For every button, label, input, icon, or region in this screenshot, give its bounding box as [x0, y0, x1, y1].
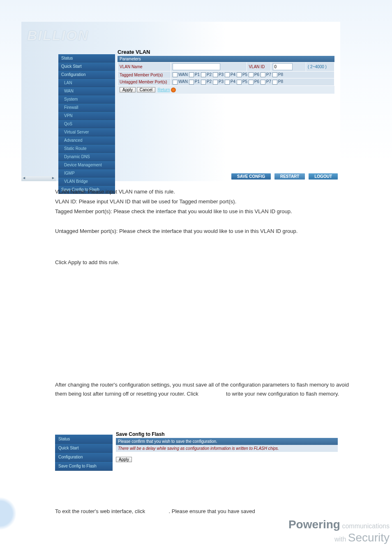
vlan-id-input[interactable]: [273, 63, 293, 70]
check-tagged-p3[interactable]: [213, 72, 218, 77]
desc-logout-a: To exit the router's web interface, clic…: [55, 508, 147, 514]
label-vlan-id: VLAN ID: [247, 62, 271, 71]
port-p6: P6: [254, 72, 259, 77]
port-p4: P4: [231, 72, 235, 77]
uport-p5: P5: [242, 79, 247, 84]
vlan-name-input[interactable]: [173, 63, 220, 70]
port-p1: P1: [195, 72, 200, 77]
save-config-panel: Save Config to Flash Please confirm that…: [116, 431, 338, 462]
apply-area: Apply: [116, 452, 338, 462]
desc-apply: Click Apply to add this rule.: [55, 258, 351, 267]
sidebar-item-status[interactable]: Status: [58, 54, 115, 62]
sidebar-item-advanced[interactable]: Advanced: [58, 136, 115, 145]
footer-tagline: Powering communications with Security: [288, 518, 390, 544]
tag-comm: communications: [340, 523, 390, 530]
check-tagged-p6[interactable]: [249, 72, 254, 77]
sidebar-item-dynamic-dns[interactable]: Dynamic DNS: [58, 153, 115, 161]
footer-buttons: SAVE CONFIG RESTART LOGOUT: [229, 173, 338, 180]
return-link[interactable]: Return: [158, 88, 170, 92]
sb2-save-config[interactable]: Save Config to Flash: [55, 462, 113, 471]
sidebar-item-lan[interactable]: LAN: [58, 79, 115, 87]
check-tagged-p1[interactable]: [189, 72, 194, 77]
check-tagged-p5[interactable]: [237, 72, 242, 77]
cell-vlan-name-input: [171, 62, 247, 71]
port-p5: P5: [242, 72, 247, 77]
sb2-status[interactable]: Status: [55, 435, 113, 444]
return-icon[interactable]: [171, 88, 176, 92]
tag-powering: Powering: [288, 518, 340, 531]
port-wan: WAN: [178, 72, 188, 77]
check-untagged-p5[interactable]: [237, 80, 242, 85]
check-tagged-p8[interactable]: [272, 72, 277, 77]
check-tagged-p2[interactable]: [201, 72, 206, 77]
scrollbar[interactable]: [21, 176, 56, 181]
check-tagged-wan[interactable]: [173, 72, 178, 77]
save-apply-button[interactable]: Apply: [116, 457, 132, 462]
sidebar-item-virtual-server[interactable]: Virtual Server: [58, 128, 115, 136]
vlan-id-range: ( 2~4000 ): [306, 62, 334, 71]
logout-button[interactable]: LOGOUT: [309, 173, 338, 180]
sb2-configuration[interactable]: Configuration: [55, 453, 113, 462]
check-untagged-p8[interactable]: [272, 80, 277, 85]
vlan-table: VLAN Name VLAN ID ( 2~4000 ) Tagged Memb…: [118, 62, 334, 86]
tag-security: Security: [348, 531, 390, 544]
save-config-button[interactable]: SAVE CONFIG: [231, 173, 271, 180]
check-tagged-p7[interactable]: [261, 72, 265, 77]
sidebar-item-system[interactable]: System: [58, 95, 115, 104]
cancel-button[interactable]: Cancel: [137, 87, 155, 92]
apply-button[interactable]: Apply: [120, 87, 136, 92]
check-untagged-p7[interactable]: [261, 80, 265, 85]
uport-p6: P6: [254, 79, 259, 84]
sb2-quick-start[interactable]: Quick Start: [55, 444, 113, 453]
restart-button[interactable]: RESTART: [274, 173, 305, 180]
parameters-bar: Parameters: [118, 56, 334, 62]
sidebar-item-vpn[interactable]: VPN: [58, 112, 115, 120]
uport-p3: P3: [219, 79, 224, 84]
sidebar-2: Status Quick Start Configuration Save Co…: [55, 435, 113, 471]
desc-vlan-name: VLAN Name: Please input VLAN name of thi…: [55, 187, 351, 196]
uport-wan: WAN: [178, 79, 188, 84]
button-row: Apply Cancel Return: [118, 86, 334, 94]
desc-save-config: After changing the router's configuratio…: [55, 380, 351, 398]
desc-untagged: Untagged Member port(s): Please check th…: [55, 227, 351, 236]
check-untagged-wan[interactable]: [173, 80, 178, 85]
check-untagged-p2[interactable]: [201, 80, 206, 85]
main-panel: Create VLAN Parameters VLAN Name VLAN ID…: [118, 49, 334, 94]
check-untagged-p4[interactable]: [225, 80, 230, 85]
label-vlan-name: VLAN Name: [118, 62, 171, 71]
confirm-bar: Please confirm that you wish to save the…: [116, 438, 338, 445]
label-untagged: Untagged Member Port(s): [118, 78, 171, 85]
brand-logo: BILLION: [27, 28, 89, 44]
uport-p7: P7: [266, 79, 271, 84]
sidebar-item-qos[interactable]: QoS: [58, 120, 115, 128]
check-untagged-p1[interactable]: [189, 80, 194, 85]
sidebar-item-igmp[interactable]: IGMP: [58, 169, 115, 177]
sidebar: Status Quick Start Configuration LAN WAN…: [58, 54, 115, 194]
untagged-ports-row: WAN P1 P2 P3 P4 P5 P6 P7 P8: [171, 78, 334, 85]
port-p8: P8: [278, 72, 283, 77]
sidebar-item-vlan-bridge[interactable]: VLAN Bridge: [58, 177, 115, 186]
check-untagged-p3[interactable]: [213, 80, 218, 85]
desc-save-b: to write your new configuration to flash…: [226, 391, 339, 397]
desc-tagged: Tagged Member port(s): Please check the …: [55, 207, 351, 216]
panel-title: Create VLAN: [118, 49, 334, 55]
uport-p8: P8: [278, 79, 283, 84]
uport-p1: P1: [195, 79, 200, 84]
port-p7: P7: [266, 72, 271, 77]
sidebar-item-wan[interactable]: WAN: [58, 87, 115, 95]
sidebar-item-device-management[interactable]: Device Management: [58, 161, 115, 169]
screenshot-save-config: Status Quick Start Configuration Save Co…: [55, 431, 343, 470]
delay-bar: There will be a delay while saving as co…: [116, 445, 338, 452]
desc-vlan-id: VLAN ID: Please input VLAN ID that will …: [55, 197, 351, 206]
sidebar-item-quick-start[interactable]: Quick Start: [58, 62, 115, 71]
sidebar-item-configuration[interactable]: Configuration: [58, 71, 115, 79]
sidebar-item-static-route[interactable]: Static Route: [58, 145, 115, 153]
screenshot-create-vlan: BILLION Status Quick Start Configuration…: [21, 22, 340, 181]
save-config-title: Save Config to Flash: [116, 431, 338, 437]
check-tagged-p4[interactable]: [225, 72, 230, 77]
check-untagged-p6[interactable]: [249, 80, 254, 85]
port-p2: P2: [207, 72, 212, 77]
uport-p4: P4: [231, 79, 235, 84]
desc-logout: To exit the router's web interface, clic…: [55, 507, 351, 516]
sidebar-item-firewall[interactable]: Firewall: [58, 104, 115, 112]
